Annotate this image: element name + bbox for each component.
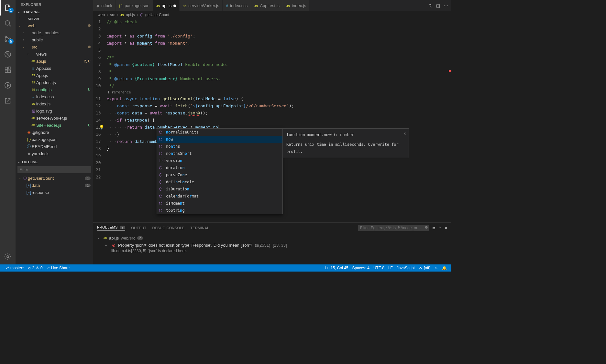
- problems-file-row[interactable]: ⌄ JS api.js web/src 2: [97, 234, 447, 241]
- breadcrumb-item[interactable]: api.js: [126, 13, 135, 17]
- suggest-item[interactable]: ⬡defineLocale: [157, 178, 282, 186]
- panel-maximize-icon[interactable]: ⌃: [438, 226, 441, 230]
- suggest-item[interactable]: ⬡calendarFormat: [157, 193, 282, 200]
- outline-filter-input[interactable]: [17, 166, 91, 173]
- activity-scm[interactable]: 5: [0, 31, 16, 47]
- tree-item[interactable]: #index.css: [16, 93, 93, 100]
- panel-close-icon[interactable]: ✕: [445, 226, 447, 230]
- sidebar-title: EXPLORER: [16, 0, 93, 9]
- suggest-doc-sig: function moment.now(): number: [286, 131, 405, 138]
- tree-item[interactable]: ◆yarn.lock: [16, 150, 93, 157]
- panel-tab-problems[interactable]: PROBLEMS 2: [97, 225, 125, 230]
- tree-item[interactable]: ›public: [16, 36, 93, 43]
- breadcrumbs[interactable]: web›src›JSapi.js›⬡getUserCount: [93, 11, 451, 18]
- outline-item[interactable]: [∘]response: [16, 189, 93, 196]
- editor-tab[interactable]: { }package.json: [116, 0, 153, 11]
- editor-tab[interactable]: #index.css: [223, 0, 251, 11]
- tree-item[interactable]: JSindex.js: [16, 100, 93, 107]
- breadcrumb-item[interactable]: web: [98, 13, 105, 17]
- tree-item[interactable]: ›node_modules: [16, 29, 93, 36]
- activity-debug[interactable]: [0, 78, 16, 93]
- suggest-item[interactable]: [∘]version: [157, 157, 282, 164]
- svg-point-1: [5, 36, 7, 38]
- breadcrumb-item[interactable]: src: [110, 13, 115, 17]
- tree-item[interactable]: ⌄web: [16, 22, 93, 29]
- panel-tab-debug[interactable]: DEBUG CONSOLE: [152, 226, 184, 230]
- chevron-down-icon: ⌄: [105, 243, 108, 247]
- editor-tab[interactable]: JSindex.js: [283, 0, 310, 11]
- tree-item[interactable]: ›views: [16, 50, 93, 58]
- activity-settings[interactable]: [0, 249, 16, 264]
- editor-tab[interactable]: JSApp.test.js: [251, 0, 283, 11]
- outline-item[interactable]: ⌄⬡getUserCount1: [16, 175, 93, 182]
- tree-item[interactable]: ⓘREADME.md: [16, 143, 93, 150]
- activity-share[interactable]: [0, 93, 16, 109]
- status-tsserver[interactable]: 👁 [off]: [417, 264, 432, 272]
- problem-item[interactable]: ⌄ ⊘ Property 'jsonX' does not exist on t…: [97, 241, 447, 249]
- tree-item[interactable]: JSapi.js2, U: [16, 58, 93, 65]
- editor-tab[interactable]: JSserviceWorker.js: [180, 0, 223, 11]
- status-bar: ⎇ master* ⊘ 2 ⚠ 0 ↗ Live Share Ln 15, Co…: [0, 264, 451, 272]
- status-bell[interactable]: 🔔: [440, 264, 449, 272]
- filter-settings-icon[interactable]: ⚙: [425, 225, 428, 230]
- outline-item[interactable]: [∘]data1: [16, 182, 93, 189]
- suggest-widget[interactable]: ⬡normalizeUnits⬡now⬡months⬡monthsShort[∘…: [157, 128, 283, 214]
- suggest-item[interactable]: ⬡isMoment: [157, 200, 282, 207]
- suggest-item[interactable]: ⬡now: [157, 136, 282, 143]
- gutter: 12345678910111213141516171819202122: [93, 18, 107, 222]
- activity-search[interactable]: [0, 16, 16, 31]
- tree-item[interactable]: JSApp.js: [16, 72, 93, 79]
- activity-extensions[interactable]: [0, 62, 16, 78]
- status-problems[interactable]: ⊘ 2 ⚠ 0: [26, 264, 44, 272]
- svg-rect-7: [8, 70, 10, 72]
- suggest-item[interactable]: ⬡parseZone: [157, 171, 282, 178]
- suggest-item[interactable]: ⬡isDuration: [157, 186, 282, 193]
- more-icon[interactable]: ⋯: [444, 3, 448, 8]
- status-liveshare[interactable]: ↗ Live Share: [45, 264, 72, 272]
- tree-item[interactable]: ▧logo.svg: [16, 107, 93, 114]
- breadcrumb-item[interactable]: getUserCount: [145, 13, 169, 17]
- close-icon[interactable]: ×: [404, 130, 406, 137]
- editor-tab[interactable]: ◆n.lock: [93, 0, 116, 11]
- tree-item[interactable]: ⌄src: [16, 43, 93, 50]
- split-icon[interactable]: ◫: [436, 3, 440, 8]
- code-editor[interactable]: 12345678910111213141516171819202122 // @…: [93, 18, 451, 222]
- activity-explorer[interactable]: 1: [0, 0, 16, 16]
- status-feedback[interactable]: ☺: [432, 264, 440, 272]
- status-branch[interactable]: ⎇ master*: [3, 264, 26, 272]
- tree-item[interactable]: JSconfig.jsU: [16, 86, 93, 93]
- tree-item[interactable]: JSserviceWorker.js: [16, 114, 93, 122]
- collapse-all-icon[interactable]: ⧉: [433, 226, 435, 230]
- section-header-outline[interactable]: ⌄ OUTLINE: [16, 159, 93, 165]
- panel-tab-terminal[interactable]: TERMINAL: [190, 226, 209, 230]
- tree-item[interactable]: JSApp.test.js: [16, 79, 93, 86]
- tree-item[interactable]: { }package.json: [16, 136, 93, 143]
- editor-tab[interactable]: JSapi.js: [153, 0, 180, 11]
- status-spaces[interactable]: Spaces: 4: [350, 264, 371, 272]
- tree-item[interactable]: ›server: [16, 15, 93, 22]
- file-tree: ›server⌄web›node_modules›public⌄src›view…: [16, 15, 93, 157]
- problems-filter-input[interactable]: [358, 225, 429, 231]
- chevron-down-icon: ⌄: [97, 236, 100, 240]
- suggest-doc: × function moment.now(): number Returns …: [283, 128, 409, 158]
- status-eol[interactable]: LF: [386, 264, 395, 272]
- suggest-item[interactable]: ⬡months: [157, 143, 282, 150]
- section-header-project[interactable]: ⌄ TOAST'RE: [16, 9, 93, 15]
- activity-debug-disabled[interactable]: [0, 47, 16, 62]
- tree-item[interactable]: JSSiteHeader.jsU: [16, 122, 93, 129]
- compare-icon[interactable]: ⇅: [429, 3, 432, 8]
- problem-related[interactable]: lib.dom.d.ts[2230, 5]: 'json' is declare…: [97, 249, 447, 253]
- tree-item[interactable]: #App.css: [16, 65, 93, 72]
- tree-item[interactable]: ◈.gitignore: [16, 129, 93, 136]
- status-encoding[interactable]: UTF-8: [371, 264, 386, 272]
- suggest-item[interactable]: ⬡monthsShort: [157, 150, 282, 157]
- panel-tab-output[interactable]: OUTPUT: [131, 226, 146, 230]
- status-language[interactable]: JavaScript: [395, 264, 417, 272]
- editor-tabs: ◆n.lock{ }package.jsonJSapi.jsJSserviceW…: [93, 0, 451, 11]
- suggest-item[interactable]: ⬡duration: [157, 164, 282, 171]
- status-cursor[interactable]: Ln 15, Col 45: [323, 264, 350, 272]
- codelens[interactable]: 1 reference: [107, 90, 451, 95]
- suggest-item[interactable]: ⬡normalizeUnits: [157, 129, 282, 136]
- suggest-item[interactable]: ⬡toString: [157, 207, 282, 214]
- svg-point-0: [5, 21, 10, 25]
